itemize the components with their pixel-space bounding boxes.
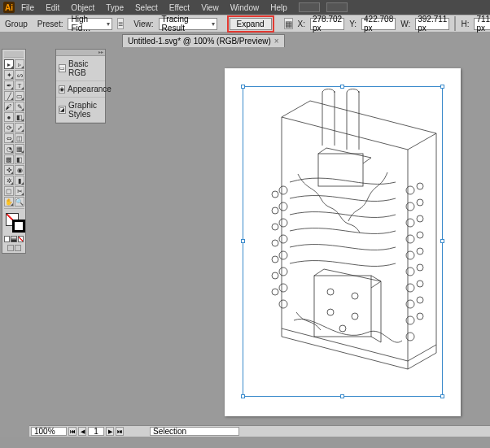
mesh-tool[interactable]: ▩ [4, 154, 14, 164]
link-wh-icon[interactable] [454, 16, 456, 31]
menu-effect[interactable]: Effect [164, 2, 195, 14]
artboard-number[interactable]: 1 [88, 427, 104, 436]
blob-brush-tool[interactable]: ● [4, 112, 14, 122]
w-label: W: [400, 20, 410, 28]
object-type-label: Group [5, 20, 28, 28]
handle-top-left[interactable] [241, 85, 245, 89]
close-tab-icon[interactable]: × [274, 37, 279, 46]
eraser-tool[interactable]: ◧ [15, 112, 24, 122]
menu-edit[interactable]: Edit [41, 2, 64, 14]
tool-separator [4, 208, 24, 209]
symbol-sprayer-tool[interactable]: ✲ [4, 176, 14, 185]
arrange-dropdown[interactable] [326, 2, 348, 12]
view-select[interactable]: Tracing Result [159, 18, 217, 30]
nav-prev-icon[interactable]: ◀ [78, 427, 86, 436]
hand-tool[interactable]: ✋ [4, 197, 14, 207]
width-tool[interactable]: ⇔ [4, 133, 14, 143]
column-graph-tool[interactable]: ▮ [15, 176, 24, 185]
line-tool[interactable]: ╱ [4, 91, 14, 101]
zoom-field[interactable]: 100% [31, 427, 67, 436]
status-bar: 100% ⏮ ◀ 1 ▶ ⏭ Selection [29, 425, 490, 437]
menu-select[interactable]: Select [130, 2, 163, 14]
selection-tool[interactable]: ▸ [4, 59, 14, 69]
tab-title: Untitled-1.svg* @ 100% (RGB/Preview) [128, 37, 271, 46]
expand-button[interactable]: Expand [230, 18, 272, 30]
x-label: X: [298, 20, 305, 28]
handle-bottom-left[interactable] [241, 394, 245, 398]
tools-header[interactable] [4, 51, 24, 58]
magic-wand-tool[interactable]: ✦ [4, 70, 14, 80]
free-transform-tool[interactable]: ◫ [15, 133, 24, 143]
canvas[interactable] [29, 47, 490, 437]
app-logo-icon: Ai [3, 2, 15, 13]
menu-help[interactable]: Help [265, 2, 292, 14]
nav-first-icon[interactable]: ⏮ [68, 427, 77, 436]
preset-label: Preset: [37, 20, 63, 28]
transform-icon[interactable]: ▦ [284, 18, 293, 29]
expand-highlight: Expand [227, 15, 274, 33]
gradient-tool[interactable]: ◧ [15, 154, 24, 164]
eyedropper-tool[interactable]: ✜ [4, 165, 14, 175]
pen-tool[interactable]: ✒ [4, 80, 14, 90]
blend-tool[interactable]: ◉ [15, 165, 24, 175]
h-label: H: [461, 20, 469, 28]
status-mode[interactable]: Selection [150, 427, 239, 436]
x-input[interactable]: 278.702 px [310, 18, 344, 30]
shape-builder-tool[interactable]: ◔ [4, 144, 14, 154]
selection-bounding-box[interactable] [243, 86, 443, 397]
perspective-grid-tool[interactable]: ▦ [15, 144, 24, 154]
fill-stroke-swatches[interactable] [4, 213, 24, 234]
normal-screen-icon[interactable] [7, 245, 14, 251]
pencil-tool[interactable]: ✎ [15, 102, 24, 111]
y-label: Y: [349, 20, 357, 28]
color-mode-icon[interactable] [4, 236, 10, 242]
w-input[interactable]: 392.711 px [415, 18, 449, 30]
handle-bottom-right[interactable] [440, 394, 444, 398]
direct-selection-tool[interactable]: ▹ [15, 59, 24, 69]
menu-bar: Ai File Edit Object Type Select Effect V… [0, 0, 490, 15]
lasso-tool[interactable]: ᔕ [15, 70, 24, 80]
document-tab[interactable]: Untitled-1.svg* @ 100% (RGB/Preview) × [122, 34, 285, 47]
rotate-tool[interactable]: ⟳ [4, 123, 14, 133]
stroke-swatch-icon[interactable] [12, 220, 25, 233]
menu-view[interactable]: View [196, 2, 224, 14]
bridge-dropdown[interactable] [299, 2, 320, 12]
nav-next-icon[interactable]: ▶ [106, 427, 114, 436]
tools-panel: ▸ ▹ ✦ ᔕ ✒ T ╱ ▭ 🖌 ✎ ● ◧ ⟳ ⤢ ⇔ ◫ ◔ ▦ ▩ ◧ … [2, 49, 26, 254]
artboard-tool[interactable]: ▢ [4, 186, 14, 196]
none-mode-icon[interactable] [18, 236, 24, 242]
handle-right-center[interactable] [440, 239, 444, 243]
y-input[interactable]: 422.708 px [361, 18, 396, 30]
preset-options-icon[interactable]: ≡ [117, 18, 124, 29]
handle-top-right[interactable] [440, 85, 444, 89]
document-tabs: Untitled-1.svg* @ 100% (RGB/Preview) × [0, 33, 490, 47]
control-bar: Group Preset: High Fid… ≡ View: Tracing … [0, 15, 490, 33]
menu-object[interactable]: Object [66, 2, 99, 14]
preset-select[interactable]: High Fid… [68, 18, 112, 30]
slice-tool[interactable]: ✂ [15, 186, 24, 196]
gradient-mode-icon[interactable] [11, 236, 16, 242]
type-tool[interactable]: T [15, 80, 24, 90]
handle-bottom-center[interactable] [340, 394, 344, 398]
scale-tool[interactable]: ⤢ [15, 123, 24, 133]
zoom-tool[interactable]: 🔍 [15, 197, 24, 207]
view-label: View: [133, 20, 153, 28]
menu-window[interactable]: Window [225, 2, 265, 14]
full-screen-icon[interactable] [15, 245, 21, 251]
workspace: ▸ ▹ ✦ ᔕ ✒ T ╱ ▭ 🖌 ✎ ● ◧ ⟳ ⤢ ⇔ ◫ ◔ ▦ ▩ ◧ … [0, 47, 490, 437]
h-input[interactable]: 711.172 px [474, 18, 490, 30]
menu-file[interactable]: File [16, 2, 39, 14]
paintbrush-tool[interactable]: 🖌 [4, 102, 14, 111]
nav-last-icon[interactable]: ⏭ [116, 427, 124, 436]
menu-type[interactable]: Type [101, 2, 129, 14]
handle-left-center[interactable] [241, 239, 245, 243]
handle-top-center[interactable] [340, 85, 344, 89]
rectangle-tool[interactable]: ▭ [15, 91, 24, 101]
